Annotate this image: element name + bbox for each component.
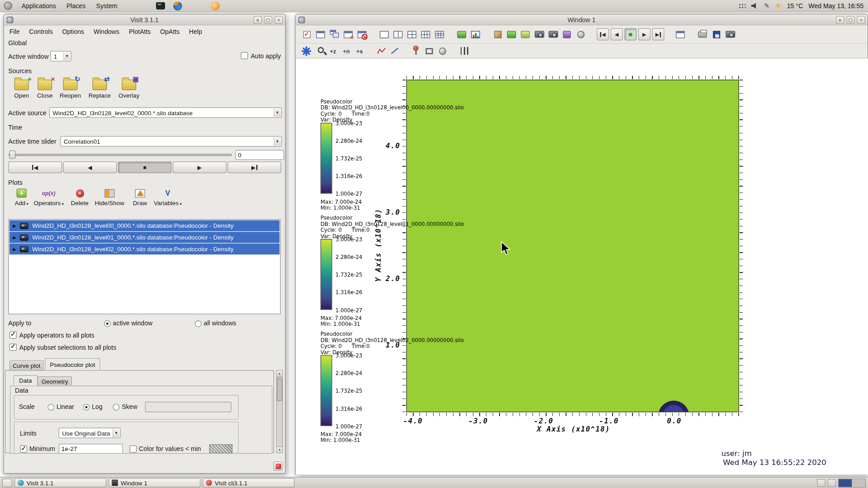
plot-list-item[interactable]: ▶ Wind2D_HD_l3n0128_level01_0000.*.silo … [9, 232, 280, 243]
fullframe-window-icon[interactable] [674, 28, 686, 40]
navigate-mode-icon[interactable] [301, 45, 312, 56]
reopen-source-button[interactable]: ↻ Reopen [57, 77, 84, 99]
line-tool-icon[interactable] [389, 45, 401, 56]
active-window-combo[interactable]: 1▾ [50, 51, 71, 61]
orange-app-launcher-icon[interactable] [211, 1, 220, 10]
hide-show-plot-button[interactable]: Hide/Show [94, 187, 126, 206]
layout-2x3-icon[interactable] [420, 28, 432, 40]
auto-update-icon[interactable] [505, 28, 518, 40]
chart-view-icon[interactable] [469, 28, 481, 40]
node-pick-icon[interactable]: +n [340, 45, 352, 56]
tab-curve-plot[interactable]: Curve plot [9, 360, 44, 370]
anim-prev-frame-icon[interactable]: ◀ [597, 28, 609, 40]
time-prev-frame-button[interactable]: ◀ [8, 162, 62, 174]
task-visit-gui[interactable]: VisIt 3.1.1 [14, 478, 106, 488]
open-source-button[interactable]: + Open [10, 77, 33, 99]
menu-controls[interactable]: Controls [29, 28, 52, 35]
zoom-mode-icon[interactable] [314, 45, 326, 56]
time-slider[interactable] [8, 150, 232, 160]
scale-log-radio[interactable] [83, 404, 90, 411]
tray-icon-1[interactable] [817, 479, 825, 487]
expand-icon[interactable]: ▶ [13, 247, 16, 252]
overlay-source-button[interactable]: ▣ Overlay [116, 77, 142, 99]
tab-data[interactable]: Data [13, 375, 38, 385]
viz-titlebar[interactable]: Window 1 ∨ ▢ × [296, 14, 868, 25]
limits-combo[interactable]: Use Original Data▾ [59, 428, 121, 438]
color-min-checkbox[interactable] [130, 446, 137, 453]
auto-apply-checkbox[interactable] [241, 52, 248, 59]
task-window-1[interactable]: Window 1 [108, 478, 200, 488]
menu-plotatts[interactable]: PlotAtts [129, 28, 151, 35]
active-time-slider-combo[interactable]: Correlation01▾ [60, 136, 282, 146]
menu-options[interactable]: Options [62, 28, 85, 35]
time-stop-button[interactable]: ■ [118, 162, 172, 174]
window-menu-icon[interactable] [298, 17, 305, 23]
menu-applications[interactable]: Applications [20, 2, 57, 9]
menu-file[interactable]: File [9, 28, 20, 35]
attributes-scrollbar[interactable]: ▲ ▼ [276, 370, 283, 453]
shade-button[interactable]: ∨ [254, 16, 262, 24]
scroll-thumb[interactable] [277, 378, 282, 401]
close-button[interactable]: × [274, 16, 283, 24]
plot-list-item[interactable]: ▶ Wind2D_HD_l3n0128_level00_0000.*.silo … [9, 220, 280, 231]
draw-plot-button[interactable]: Draw [130, 187, 150, 206]
layout-1x1-icon[interactable] [378, 28, 390, 40]
lighting-icon[interactable] [575, 28, 587, 40]
network-tray-icon[interactable] [738, 3, 745, 9]
tray-icon-2[interactable] [828, 479, 836, 487]
maximize-button[interactable]: ▢ [264, 16, 272, 24]
anim-next-frame-icon[interactable]: ▶ [652, 28, 664, 40]
clear-window-icon[interactable] [356, 28, 368, 40]
scroll-down-button[interactable]: ▼ [277, 446, 282, 452]
minimum-checkbox[interactable]: ✓ [20, 446, 27, 453]
expand-icon[interactable]: ▶ [13, 223, 16, 228]
capture-icon[interactable] [724, 28, 736, 40]
close-source-button[interactable]: × Close [34, 77, 56, 99]
layout-1x2-icon[interactable] [392, 28, 404, 40]
menu-system[interactable]: System [95, 2, 118, 9]
shade-button[interactable]: ∨ [836, 16, 844, 24]
anim-reverse-play-icon[interactable]: ◀ [611, 28, 623, 40]
active-source-combo[interactable]: Wind2D_HD_l3n0128_level02_0000.*.silo da… [49, 108, 282, 118]
clock-label[interactable]: Wed May 13, 16:55 [808, 3, 863, 9]
time-slider-handle[interactable] [9, 150, 15, 159]
new-window-icon[interactable] [315, 28, 327, 40]
color-min-swatch[interactable] [209, 444, 232, 453]
notes-tray-icon[interactable]: ✎ [764, 2, 769, 9]
axis-restriction-icon[interactable] [458, 45, 470, 56]
tab-pseudocolor-plot[interactable]: Pseudocolor plot [45, 358, 100, 370]
workspace-1[interactable] [839, 479, 852, 487]
apply-operators-checkbox[interactable]: ✓ [9, 331, 17, 338]
viz-canvas[interactable]: -4.0 -3.0 -2.0 -1.0 0.0 X Axis (x10^18) … [296, 59, 868, 475]
menu-places[interactable]: Places [66, 2, 87, 9]
expand-icon[interactable]: ▶ [13, 235, 16, 240]
zoom-interactor-icon[interactable]: +z [327, 45, 339, 56]
volume-tray-icon[interactable] [751, 3, 758, 9]
bounding-cube-icon[interactable] [491, 28, 504, 40]
pick-tool-icon[interactable] [410, 45, 422, 56]
layout-2x2-icon[interactable] [406, 28, 418, 40]
add-plot-button[interactable]: + Add▾ [12, 187, 32, 206]
window-menu-icon[interactable] [7, 17, 14, 23]
visit-titlebar[interactable]: VisIt 3.1.1 ∨ ▢ × [4, 14, 285, 25]
time-next-frame-button[interactable]: ▶ [227, 162, 281, 174]
distro-logo-icon[interactable] [4, 2, 12, 10]
all-windows-radio[interactable] [195, 320, 202, 327]
box-tool-icon[interactable] [424, 45, 435, 56]
print-icon[interactable] [696, 28, 708, 40]
snapshot-camera-icon[interactable] [533, 28, 545, 40]
scale-linear-radio[interactable] [47, 404, 54, 411]
show-desktop-button[interactable] [2, 479, 12, 488]
color-table-icon[interactable] [561, 28, 573, 40]
time-field[interactable] [235, 150, 284, 160]
delete-plot-button[interactable]: × Delete [68, 187, 91, 206]
minimum-field[interactable] [59, 444, 123, 454]
variables-button[interactable]: V Variables▾ [152, 187, 184, 206]
task-visit-cli[interactable]: VisIt cli3.1.1 [203, 478, 294, 488]
plot-list-item[interactable]: ▶ Wind2D_HD_l3n0128_level02_0000.*.silo … [9, 244, 280, 254]
delete-window-icon[interactable]: × [342, 28, 354, 40]
recenter-view-icon[interactable] [456, 28, 468, 40]
keyframe-icon[interactable] [519, 28, 532, 40]
time-slider-track[interactable] [8, 154, 232, 156]
menu-windows[interactable]: Windows [94, 28, 119, 35]
